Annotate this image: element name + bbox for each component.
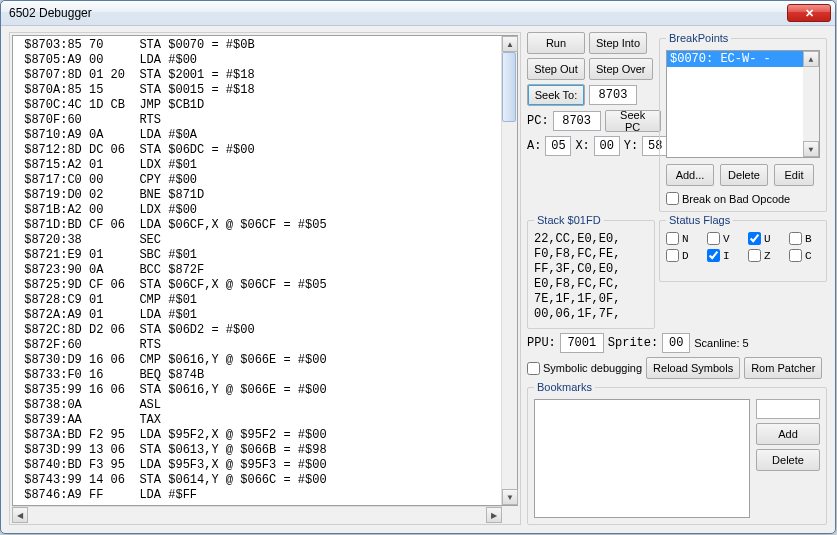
execution-controls: Run Step Into Step Out Step Over Seek To…	[527, 32, 655, 212]
rom-patcher-button[interactable]: Rom Patcher	[744, 357, 822, 379]
window-title: 6502 Debugger	[9, 6, 787, 20]
sprite-label: Sprite:	[608, 336, 658, 350]
flag-i-input[interactable]	[707, 249, 720, 262]
ppu-label: PPU:	[527, 336, 556, 350]
status-flags-legend: Status Flags	[666, 214, 733, 226]
flag-c[interactable]: C	[789, 249, 820, 262]
flag-d[interactable]: D	[666, 249, 697, 262]
bookmarks-body: Add Delete	[534, 399, 820, 518]
bp-scroll-up[interactable]: ▲	[803, 51, 819, 67]
client-area: $8703:85 70 STA $0070 = #$0B $8705:A9 00…	[1, 26, 835, 533]
flag-n-label: N	[682, 233, 689, 245]
ppu-input[interactable]	[560, 333, 604, 353]
sprite-input[interactable]	[662, 333, 690, 353]
flag-b[interactable]: B	[789, 232, 820, 245]
breakpoints-scroll[interactable]: ▲ ▼	[803, 51, 819, 157]
break-bad-opcode-label: Break on Bad Opcode	[682, 193, 790, 205]
breakpoints-group: BreakPoints $0070: EC-W- - ▲ ▼ Add... De…	[659, 32, 827, 212]
bookmark-add-button[interactable]: Add	[756, 423, 820, 445]
flag-b-label: B	[805, 233, 812, 245]
step-out-button[interactable]: Step Out	[527, 58, 585, 80]
titlebar[interactable]: 6502 Debugger ✕	[1, 1, 835, 26]
seek-to-button[interactable]: Seek To:	[527, 84, 585, 106]
flag-u-input[interactable]	[748, 232, 761, 245]
x-input[interactable]	[594, 136, 620, 156]
scroll-down-button[interactable]: ▼	[502, 489, 518, 505]
disassembly-hscroll[interactable]: ◀ ▶	[12, 506, 502, 522]
a-input[interactable]	[545, 136, 571, 156]
stack-group: Stack $01FD 22,CC,E0,E0, F0,F8,FC,FE, FF…	[527, 214, 655, 329]
scroll-up-button[interactable]: ▲	[502, 36, 518, 52]
flag-i[interactable]: I	[707, 249, 738, 262]
bp-scroll-down[interactable]: ▼	[803, 141, 819, 157]
close-icon: ✕	[805, 7, 814, 20]
flag-b-input[interactable]	[789, 232, 802, 245]
bookmark-input[interactable]	[756, 399, 820, 419]
symbolic-debugging-input[interactable]	[527, 362, 540, 375]
close-button[interactable]: ✕	[787, 4, 831, 22]
stack-legend: Stack $01FD	[534, 214, 604, 226]
flag-n[interactable]: N	[666, 232, 697, 245]
bookmark-delete-button[interactable]: Delete	[756, 449, 820, 471]
pc-label: PC:	[527, 114, 549, 128]
seek-to-input[interactable]	[589, 85, 637, 105]
scroll-right-button[interactable]: ▶	[486, 507, 502, 523]
scanline-label: Scanline: 5	[694, 337, 748, 349]
flag-v-input[interactable]	[707, 232, 720, 245]
disassembly-view: $8703:85 70 STA $0070 = #$0B $8705:A9 00…	[12, 35, 518, 506]
a-label: A:	[527, 139, 541, 153]
flag-z-label: Z	[764, 250, 771, 262]
scroll-left-button[interactable]: ◀	[12, 507, 28, 523]
bookmarks-controls: Add Delete	[756, 399, 820, 518]
disassembly-vscroll[interactable]: ▲ ▼	[501, 36, 517, 505]
breakpoint-delete-button[interactable]: Delete	[720, 164, 768, 186]
breakpoint-add-button[interactable]: Add...	[666, 164, 714, 186]
flag-v-label: V	[723, 233, 730, 245]
ppu-row: PPU: Sprite: Scanline: 5	[527, 333, 827, 353]
seek-pc-button[interactable]: Seek PC	[605, 110, 661, 132]
top-controls-row: Run Step Into Step Out Step Over Seek To…	[527, 32, 827, 212]
flag-n-input[interactable]	[666, 232, 679, 245]
x-label: X:	[575, 139, 589, 153]
vscroll-track[interactable]	[502, 52, 517, 489]
bookmarks-legend: Bookmarks	[534, 381, 595, 393]
disassembly-panel: $8703:85 70 STA $0070 = #$0B $8705:A9 00…	[9, 32, 521, 525]
flag-c-label: C	[805, 250, 812, 262]
vscroll-thumb[interactable]	[502, 52, 516, 122]
reload-symbols-button[interactable]: Reload Symbols	[646, 357, 740, 379]
bp-scroll-track[interactable]	[803, 67, 819, 141]
right-panel: Run Step Into Step Out Step Over Seek To…	[527, 32, 827, 525]
break-bad-opcode-checkbox[interactable]: Break on Bad Opcode	[666, 192, 820, 205]
chevron-left-icon: ◀	[17, 511, 23, 520]
step-over-button[interactable]: Step Over	[589, 58, 653, 80]
disassembly-text[interactable]: $8703:85 70 STA $0070 = #$0B $8705:A9 00…	[13, 36, 501, 505]
breakpoint-item[interactable]: $0070: EC-W- -	[667, 51, 803, 67]
step-into-button[interactable]: Step Into	[589, 32, 647, 54]
run-button[interactable]: Run	[527, 32, 585, 54]
pc-input[interactable]	[553, 111, 601, 131]
y-label: Y:	[624, 139, 638, 153]
chevron-right-icon: ▶	[491, 511, 497, 520]
bookmarks-list[interactable]	[534, 399, 750, 518]
flag-c-input[interactable]	[789, 249, 802, 262]
flag-i-label: I	[723, 250, 730, 262]
flag-u[interactable]: U	[748, 232, 779, 245]
break-bad-opcode-input[interactable]	[666, 192, 679, 205]
breakpoints-list[interactable]: $0070: EC-W- - ▲ ▼	[666, 50, 820, 158]
bookmarks-group: Bookmarks Add Delete	[527, 381, 827, 525]
flag-z-input[interactable]	[748, 249, 761, 262]
mid-row: Stack $01FD 22,CC,E0,E0, F0,F8,FC,FE, FF…	[527, 214, 827, 329]
breakpoint-edit-button[interactable]: Edit	[774, 164, 814, 186]
symbolic-debugging-checkbox[interactable]: Symbolic debugging	[527, 362, 642, 375]
symbolic-debugging-label: Symbolic debugging	[543, 362, 642, 374]
flag-d-input[interactable]	[666, 249, 679, 262]
flag-d-label: D	[682, 250, 689, 262]
symbols-row: Symbolic debugging Reload Symbols Rom Pa…	[527, 357, 827, 379]
stack-text: 22,CC,E0,E0, F0,F8,FC,FE, FF,3F,C0,E0, E…	[534, 232, 648, 322]
flag-v[interactable]: V	[707, 232, 738, 245]
chevron-up-icon: ▲	[506, 40, 514, 49]
status-flags-group: Status Flags NVUBDIZC	[659, 214, 827, 282]
hscroll-track[interactable]	[28, 507, 486, 522]
flag-z[interactable]: Z	[748, 249, 779, 262]
flags-grid: NVUBDIZC	[666, 232, 820, 262]
